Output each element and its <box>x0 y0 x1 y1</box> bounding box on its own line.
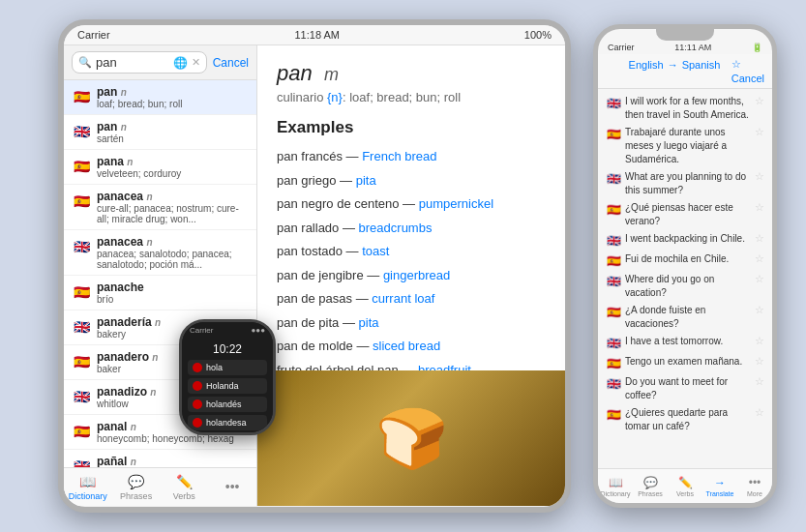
conversation-item: 🇬🇧I have a test tomorrow.☆ <box>606 335 764 351</box>
dict-gender: m <box>324 65 339 84</box>
example-en: sliced bread <box>373 339 440 353</box>
convo-star-button[interactable]: ☆ <box>755 126 764 138</box>
flag-icon: 🇬🇧 <box>72 317 91 337</box>
word-info: pañal ndiaper <box>97 455 249 467</box>
iphone-tab-verbs[interactable]: ✏️Verbs <box>668 469 702 503</box>
word-def: cure-all; panacea; nostrum; cure-all; mi… <box>97 203 249 224</box>
iphone-battery: 🔋 <box>752 43 762 52</box>
flag-icon: 🇪🇸 <box>72 352 91 371</box>
convo-star-button[interactable]: ☆ <box>755 355 764 368</box>
ipad-tabbar: 📖Dictionary💬Phrases✏️Verbs••• <box>64 467 256 506</box>
convo-star-button[interactable]: ☆ <box>755 406 764 419</box>
example-en: pita <box>359 315 379 330</box>
iphone-tab-phrases[interactable]: 💬Phrases <box>633 469 668 503</box>
dict-example: pan de pasas — currant loaf <box>277 289 546 309</box>
tab-label: Phrases <box>638 490 663 497</box>
tab-label: Verbs <box>173 491 195 501</box>
ipad-tab-[interactable]: ••• <box>208 468 256 506</box>
example-en: pumpernickel <box>419 196 493 211</box>
search-input-wrap[interactable]: 🔍 pan 🌐 ✕ <box>72 51 207 74</box>
convo-text: ¿A donde fuiste en vacaciones? <box>625 304 751 331</box>
word-list-item[interactable]: 🇪🇸panachebrío <box>64 276 256 310</box>
ipad-battery: 100% <box>524 29 552 41</box>
globe-icon[interactable]: 🌐 <box>173 56 188 70</box>
tab-icon: ••• <box>749 476 761 489</box>
iphone: Carrier 11:11 AM 🔋 English → Spanish ☆ C… <box>593 24 777 508</box>
ipad-tab-dictionary[interactable]: 📖Dictionary <box>64 468 112 506</box>
example-es: pan de jengibre <box>277 268 364 282</box>
tab-icon: 💬 <box>128 474 144 489</box>
watch-flag-icon <box>193 381 202 391</box>
flag-icon: 🇪🇸 <box>72 87 91 106</box>
search-clear-icon[interactable]: ✕ <box>192 56 200 69</box>
convo-star-button[interactable]: ☆ <box>755 232 764 245</box>
word-list-item[interactable]: 🇪🇸panacea ncure-all; panacea; nostrum; c… <box>64 185 256 230</box>
ipad-tab-verbs[interactable]: ✏️Verbs <box>161 468 209 506</box>
dict-word: pan <box>277 61 313 85</box>
tab-icon: 📖 <box>79 474 96 489</box>
word-main: panache <box>97 281 249 294</box>
watch-list-item[interactable]: holandesa <box>188 415 267 430</box>
watch-list-item[interactable]: holandés <box>188 397 267 412</box>
word-main: panacea n <box>97 235 249 249</box>
word-def: brío <box>97 294 249 305</box>
watch-carrier: Carrier <box>190 326 213 335</box>
convo-star-button[interactable]: ☆ <box>755 95 764 107</box>
iphone-tab-translate[interactable]: →Translate <box>702 469 737 503</box>
flag-icon: 🇬🇧 <box>72 237 91 256</box>
search-query[interactable]: pan <box>96 55 169 70</box>
convo-star-button[interactable]: ☆ <box>755 201 764 214</box>
example-en: breadcrumbs <box>359 221 433 235</box>
ipad-tab-phrases[interactable]: 💬Phrases <box>112 468 161 506</box>
conversation-item: 🇪🇸Tengo un examen mañana.☆ <box>606 355 764 371</box>
word-list-item[interactable]: 🇬🇧pañal ndiaper <box>64 450 256 467</box>
convo-text: I have a test tomorrow. <box>625 335 723 348</box>
example-en: pita <box>356 173 376 188</box>
convo-star-button[interactable]: ☆ <box>755 252 764 265</box>
convo-star-button[interactable]: ☆ <box>755 273 764 285</box>
word-def: panacea; sanalotodo; panacea; sanalotodo… <box>97 249 249 270</box>
convo-flag-icon: 🇬🇧 <box>606 336 621 351</box>
watch-list-item[interactable]: Holanda <box>188 378 267 394</box>
convo-text: Do you want to meet for coffee? <box>625 375 751 402</box>
word-list-item[interactable]: 🇬🇧pan nsartén <box>64 115 256 150</box>
tab-icon: ✏️ <box>176 474 193 489</box>
dict-examples-title: Examples <box>277 118 546 137</box>
watch-content: 10:22 holaHolandaholandésholandesa <box>182 339 273 435</box>
convo-text: Fui de mochila en Chile. <box>625 252 729 266</box>
watch-items: holaHolandaholandésholandesa <box>188 360 267 430</box>
iphone-carrier: Carrier <box>608 43 635 52</box>
dict-example: pan griego — pita <box>277 171 546 191</box>
iphone-cancel-button[interactable]: Cancel <box>606 73 764 84</box>
watch-word: holandesa <box>206 418 247 428</box>
iphone-notch <box>656 29 714 41</box>
iphone-star-icon[interactable]: ☆ <box>731 58 741 71</box>
convo-star-button[interactable]: ☆ <box>755 335 764 347</box>
convo-star-button[interactable]: ☆ <box>755 304 764 316</box>
ipad-main-content: 🔍 pan 🌐 ✕ Cancel 🇪🇸pan nloaf; bread; bun… <box>64 45 565 506</box>
convo-flag-icon: 🇪🇸 <box>606 407 621 423</box>
word-info: pana nvelveteen; corduroy <box>97 155 249 179</box>
iphone-tab-dictionary[interactable]: 📖Dictionary <box>598 469 633 503</box>
conversation-item: 🇬🇧I will work for a few months, then tra… <box>606 95 764 122</box>
tab-label: Phrases <box>120 491 152 501</box>
example-es: pan de molde <box>277 339 353 353</box>
search-cancel-button[interactable]: Cancel <box>213 56 249 70</box>
word-list-item[interactable]: 🇬🇧panacea npanacea; sanalotodo; panacea;… <box>64 230 256 276</box>
word-list-item[interactable]: 🇪🇸pana nvelveteen; corduroy <box>64 150 256 185</box>
dict-subtitle: culinario {n}: loaf; bread; bun; roll <box>277 90 546 104</box>
convo-flag-icon: 🇪🇸 <box>606 305 621 320</box>
word-list-item[interactable]: 🇪🇸pan nloaf; bread; bun; roll <box>64 80 256 115</box>
iphone-lang-to[interactable]: Spanish <box>682 59 721 71</box>
example-en: currant loaf <box>372 291 434 306</box>
convo-star-button[interactable]: ☆ <box>755 375 764 388</box>
dict-example: fruto del árbol del pan — breadfruit <box>277 361 546 371</box>
flag-icon: 🇪🇸 <box>72 422 91 441</box>
iphone-tab-more[interactable]: •••More <box>737 469 772 503</box>
convo-flag-icon: 🇪🇸 <box>606 253 621 269</box>
iphone-tabbar: 📖Dictionary💬Phrases✏️Verbs→Translate•••M… <box>598 468 772 503</box>
conversation-item: 🇪🇸¿Qué piensas hacer este verano?☆ <box>606 201 764 228</box>
iphone-lang-from[interactable]: English <box>629 59 664 71</box>
convo-star-button[interactable]: ☆ <box>755 170 764 183</box>
watch-list-item[interactable]: hola <box>188 360 267 375</box>
